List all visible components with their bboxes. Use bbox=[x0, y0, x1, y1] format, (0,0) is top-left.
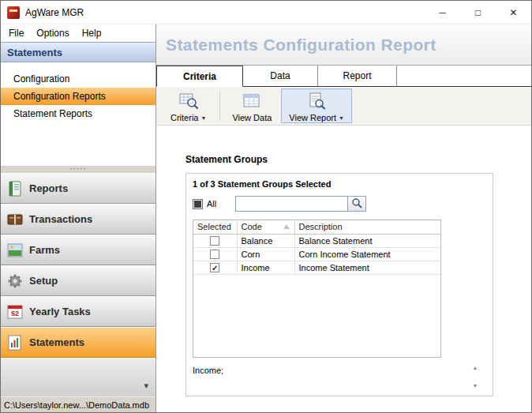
menu-file[interactable]: File bbox=[2, 28, 30, 39]
sidebar: File Options Help Statements Configurati… bbox=[1, 24, 156, 412]
scroll-up-icon[interactable]: ▲ bbox=[473, 364, 478, 371]
table-row[interactable]: Balance Balance Statement bbox=[193, 234, 440, 247]
criteria-content: Statement Groups 1 of 3 Statement Groups… bbox=[156, 126, 531, 412]
view-data-button-label: View Data bbox=[232, 113, 272, 122]
criteria-button-label: Criteria ▼ bbox=[170, 113, 206, 122]
cell-description: Income Statement bbox=[294, 261, 440, 274]
nav-button-yearly-tasks[interactable]: 52 Yearly Tasks bbox=[1, 296, 155, 327]
search-field-group bbox=[235, 196, 366, 212]
sidebar-header-label: Statements bbox=[7, 47, 62, 58]
window-title: AgWare MGR bbox=[25, 7, 84, 18]
summary-scrollbar: ▲ ▼ bbox=[470, 364, 480, 389]
sidebar-splitter[interactable]: ····· bbox=[1, 166, 155, 173]
tab-report[interactable]: Report bbox=[318, 66, 397, 86]
title-bar: AgWare MGR ─ □ ✕ bbox=[1, 1, 531, 24]
nav-label-statements: Statements bbox=[29, 336, 84, 348]
page-title: Statements Configuration Report bbox=[166, 36, 436, 54]
tab-data[interactable]: Data bbox=[243, 66, 318, 86]
group-box-title: 1 of 3 Statement Groups Selected bbox=[193, 179, 486, 189]
sidebar-header: Statements bbox=[1, 42, 155, 62]
sort-asc-icon bbox=[283, 224, 290, 229]
menu-help[interactable]: Help bbox=[76, 28, 108, 39]
chevron-down-icon[interactable]: ▾ bbox=[144, 381, 148, 391]
status-path: C:\Users\taylor.new...\DemoData.mdb bbox=[4, 400, 149, 410]
nav-button-setup[interactable]: Setup bbox=[1, 265, 155, 296]
maximize-button[interactable]: □ bbox=[460, 1, 496, 24]
table-row[interactable]: Income Income Statement bbox=[193, 261, 440, 274]
nav-button-farms[interactable]: Farms bbox=[1, 235, 155, 265]
view-report-icon bbox=[306, 92, 327, 113]
column-header-selected[interactable]: Selected bbox=[193, 220, 237, 234]
cell-code: Corn bbox=[237, 247, 294, 261]
scroll-down-icon[interactable]: ▼ bbox=[473, 382, 478, 389]
main-panel: Statements Configuration Report Criteria… bbox=[156, 24, 531, 412]
transactions-icon bbox=[1, 212, 29, 227]
selection-summary: Income; ▲ ▼ bbox=[193, 364, 486, 389]
sidebar-item-configuration[interactable]: Configuration bbox=[1, 70, 155, 88]
all-checkbox-label: All bbox=[207, 199, 216, 208]
statement-groups-box: 1 of 3 Statement Groups Selected All bbox=[185, 173, 493, 396]
minimize-button[interactable]: ─ bbox=[425, 1, 460, 24]
dropdown-arrow-icon: ▼ bbox=[200, 115, 206, 121]
nav-button-transactions[interactable]: Transactions bbox=[1, 204, 155, 235]
reports-icon bbox=[1, 181, 29, 197]
table-header-row: Selected Code Description bbox=[193, 220, 440, 234]
search-icon bbox=[351, 197, 362, 211]
table-row[interactable]: Corn Corn Income Statement bbox=[193, 247, 440, 261]
sidebar-item-statement-reports[interactable]: Statement Reports bbox=[1, 105, 155, 122]
nav-label-transactions: Transactions bbox=[29, 213, 92, 225]
tab-criteria[interactable]: Criteria bbox=[156, 66, 243, 87]
app-window: AgWare MGR ─ □ ✕ File Options Help State… bbox=[0, 0, 532, 413]
close-button[interactable]: ✕ bbox=[496, 1, 531, 24]
sidebar-filler: ▾ bbox=[1, 358, 155, 396]
farms-icon bbox=[1, 242, 29, 258]
view-report-button[interactable]: View Report ▼ bbox=[281, 88, 352, 123]
nav-label-reports: Reports bbox=[29, 182, 68, 194]
row-checkbox[interactable] bbox=[210, 236, 219, 246]
cell-description: Balance Statement bbox=[294, 234, 440, 247]
view-data-button[interactable]: View Data bbox=[224, 88, 279, 123]
status-bar: C:\Users\taylor.new...\DemoData.mdb bbox=[1, 396, 155, 412]
menu-bar: File Options Help bbox=[1, 24, 155, 42]
statement-groups-table: Selected Code Description bbox=[193, 220, 441, 358]
section-title: Statement Groups bbox=[185, 154, 531, 165]
cell-description: Corn Income Statement bbox=[294, 247, 440, 261]
search-input[interactable] bbox=[235, 196, 347, 212]
toolbar-separator bbox=[219, 91, 220, 121]
row-checkbox[interactable] bbox=[210, 250, 219, 259]
dropdown-arrow-icon: ▼ bbox=[339, 115, 344, 121]
calendar-number: 52 bbox=[11, 310, 19, 317]
yearly-tasks-icon: 52 bbox=[1, 304, 29, 320]
app-icon bbox=[7, 6, 20, 19]
search-button[interactable] bbox=[347, 196, 366, 212]
cell-code: Income bbox=[237, 261, 294, 274]
tab-bar: Criteria Data Report bbox=[156, 66, 531, 87]
filter-controls: All bbox=[193, 196, 486, 212]
nav-button-reports[interactable]: Reports bbox=[1, 173, 155, 204]
all-checkbox[interactable] bbox=[193, 199, 203, 209]
menu-options[interactable]: Options bbox=[30, 28, 75, 39]
nav-label-yearly-tasks: Yearly Tasks bbox=[29, 306, 91, 317]
setup-icon bbox=[1, 273, 29, 289]
selection-summary-text: Income; bbox=[193, 364, 470, 389]
criteria-icon bbox=[178, 92, 199, 113]
column-header-code[interactable]: Code bbox=[237, 220, 294, 234]
view-report-button-label: View Report ▼ bbox=[289, 113, 344, 122]
page-header: Statements Configuration Report bbox=[156, 24, 531, 66]
statements-icon bbox=[1, 335, 29, 351]
criteria-button[interactable]: Criteria ▼ bbox=[163, 88, 214, 123]
nav-label-setup: Setup bbox=[29, 275, 58, 287]
nav-label-farms: Farms bbox=[29, 244, 60, 256]
window-controls: ─ □ ✕ bbox=[425, 1, 531, 24]
sidebar-item-list: Configuration Configuration Reports Stat… bbox=[1, 62, 155, 166]
row-checkbox[interactable] bbox=[210, 263, 219, 272]
column-header-description[interactable]: Description bbox=[294, 220, 440, 234]
nav-button-statements[interactable]: Statements bbox=[1, 327, 155, 358]
sidebar-item-configuration-reports[interactable]: Configuration Reports bbox=[1, 88, 155, 105]
cell-code: Balance bbox=[237, 234, 294, 247]
view-data-icon bbox=[242, 92, 262, 113]
toolbar: Criteria ▼ View Data bbox=[156, 87, 531, 126]
